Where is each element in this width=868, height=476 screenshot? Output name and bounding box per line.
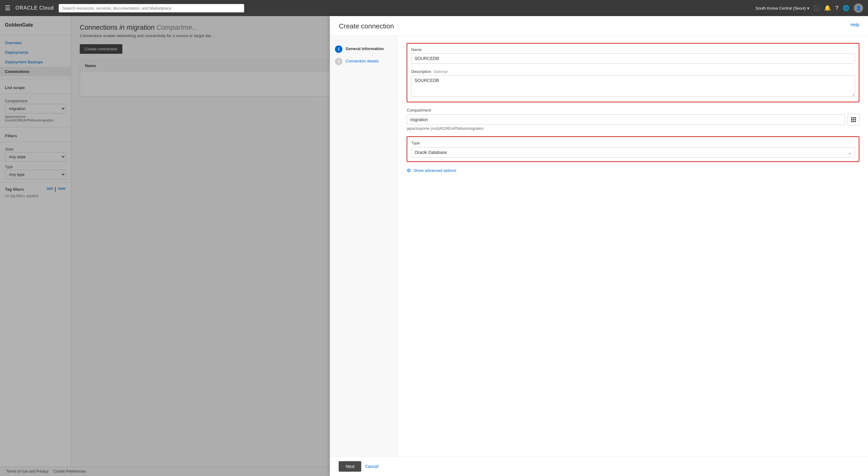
- create-connection-panel: Create connection Help 1 General informa…: [330, 16, 868, 476]
- compartment-input[interactable]: [407, 114, 845, 125]
- form-area: Name Description Optional SOURCEDB Compa…: [398, 35, 868, 456]
- compartment-input-row: [407, 114, 859, 125]
- next-button[interactable]: Next: [339, 461, 361, 472]
- description-group: Description Optional SOURCEDB: [411, 69, 855, 98]
- svg-point-4: [853, 119, 855, 121]
- type-group: Type Oracle DatabaseMySQL DatabasePostgr…: [407, 136, 859, 162]
- compartment-form-hint: japacisvprime (root)/KOREA/Phillsoo/migr…: [407, 126, 859, 131]
- panel-body: 1 General information 2 Connection detai…: [330, 35, 868, 456]
- step-2-label: Connection details: [345, 58, 378, 63]
- panel-title: Create connection: [339, 22, 394, 30]
- name-description-group: Name Description Optional SOURCEDB: [407, 43, 859, 102]
- svg-point-3: [851, 119, 852, 121]
- sliders-icon: ⚙: [407, 168, 411, 173]
- name-input[interactable]: [411, 53, 855, 64]
- region-chevron-icon: ▾: [807, 6, 809, 10]
- hamburger-icon[interactable]: ☰: [5, 4, 10, 12]
- panel-footer: Next Cancel: [330, 456, 868, 476]
- navbar-icons: ⬛ 🔔 ? 🌐 👤: [813, 3, 863, 13]
- type-select-input[interactable]: Oracle DatabaseMySQL DatabasePostgreSQLM…: [411, 147, 855, 158]
- svg-point-8: [855, 121, 856, 122]
- panel-help-link[interactable]: Help: [850, 22, 859, 27]
- avatar[interactable]: 👤: [854, 3, 863, 13]
- bell-icon[interactable]: 🔔: [824, 5, 831, 11]
- description-label: Description Optional: [411, 69, 855, 74]
- svg-point-1: [853, 117, 855, 119]
- svg-point-0: [851, 117, 852, 119]
- step-1-label: General information: [345, 46, 384, 51]
- panel-header: Create connection Help: [330, 16, 868, 35]
- svg-point-2: [855, 117, 856, 119]
- step-2-number: 2: [335, 58, 342, 65]
- type-select-wrapper: Oracle DatabaseMySQL DatabasePostgreSQLM…: [411, 147, 855, 158]
- name-label: Name: [411, 47, 855, 52]
- name-group: Name: [411, 47, 855, 64]
- navbar-right: South Korea Central (Seoul) ▾ ⬛ 🔔 ? 🌐 👤: [755, 3, 863, 13]
- step-1-number: 1: [335, 46, 342, 53]
- navbar: ☰ ORACLE Cloud South Korea Central (Seou…: [0, 0, 868, 16]
- help-icon[interactable]: ?: [835, 5, 838, 11]
- oracle-logo: ORACLE Cloud: [16, 5, 54, 11]
- compartment-group: Compartment: [407, 108, 859, 131]
- description-input[interactable]: SOURCEDB: [411, 75, 855, 97]
- steps-sidebar: 1 General information 2 Connection detai…: [330, 35, 398, 456]
- compartment-form-label: Compartment: [407, 108, 859, 113]
- compartment-picker-button[interactable]: [847, 114, 859, 125]
- svg-point-7: [853, 121, 855, 122]
- console-icon[interactable]: ⬛: [813, 5, 820, 11]
- grid-icon: [850, 116, 857, 123]
- advanced-options-link[interactable]: ⚙ Show advanced options: [407, 168, 859, 173]
- step-1[interactable]: 1 General information: [330, 43, 398, 55]
- step-2[interactable]: 2 Connection details: [330, 55, 398, 68]
- region-selector[interactable]: South Korea Central (Seoul) ▾: [755, 6, 809, 10]
- cancel-button[interactable]: Cancel: [365, 461, 378, 472]
- type-form-label: Type: [411, 141, 855, 145]
- search-input[interactable]: [59, 4, 244, 12]
- globe-icon[interactable]: 🌐: [843, 5, 849, 11]
- svg-point-5: [855, 119, 856, 121]
- svg-point-6: [851, 121, 852, 122]
